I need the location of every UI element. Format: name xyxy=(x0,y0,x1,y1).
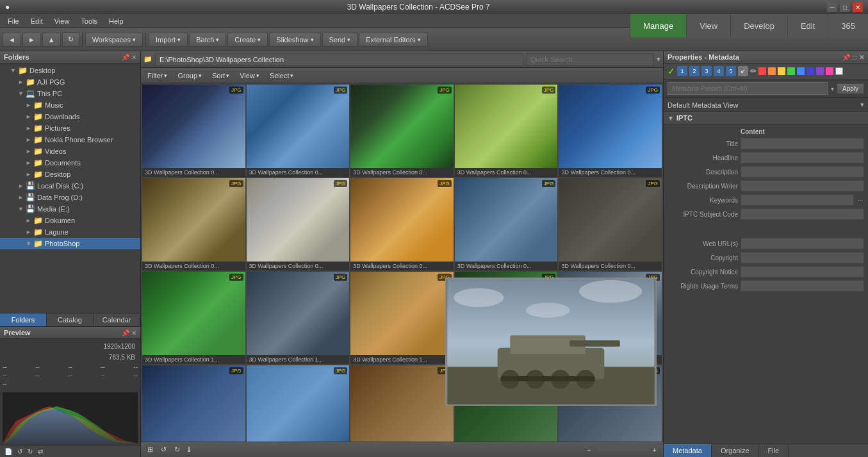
tab-edit[interactable]: Edit xyxy=(787,14,828,37)
tab-manage[interactable]: Manage xyxy=(630,14,686,37)
search-dropdown-icon[interactable]: ▾ xyxy=(657,55,660,63)
meta-color-pink[interactable] xyxy=(826,67,833,75)
tab-calendar[interactable]: Calendar xyxy=(94,313,140,326)
tree-item-desktop[interactable]: ▼ 📁 Desktop xyxy=(0,65,140,76)
tree-item-dataprog[interactable]: ► 💾 Data Prog (D:) xyxy=(0,192,140,203)
image-cell-8[interactable]: JPG 3D Wallpapers Collection 0... xyxy=(455,178,558,270)
menu-help[interactable]: Help xyxy=(104,16,129,26)
right-tab-metadata[interactable]: Metadata xyxy=(664,444,712,457)
expand-icon[interactable]: ► xyxy=(26,217,33,224)
title-input[interactable] xyxy=(741,138,864,149)
send-button[interactable]: Send xyxy=(322,33,358,47)
preview-rotate-right-icon[interactable]: ↻ xyxy=(26,447,35,456)
maximize-button[interactable]: □ xyxy=(840,2,850,12)
tree-item-ajipgg[interactable]: ► 📁 AJI PGG xyxy=(0,76,140,88)
search-input[interactable] xyxy=(526,53,654,66)
close-button[interactable]: ✕ xyxy=(853,2,863,12)
nav-refresh[interactable]: ↻ xyxy=(62,32,79,47)
preview-pin-icon[interactable]: 📌 xyxy=(122,329,129,337)
right-tab-file[interactable]: File xyxy=(759,444,789,457)
grid-view-icon[interactable]: ⊞ xyxy=(145,445,156,454)
meta-color-violet[interactable] xyxy=(816,67,824,75)
pin-icon[interactable]: 📌 xyxy=(842,54,850,61)
presets-dropdown-icon[interactable]: ▾ xyxy=(831,85,834,92)
image-cell-17[interactable]: JPG xyxy=(350,365,454,442)
rotate-right-icon[interactable]: ↻ xyxy=(172,445,183,454)
expand-icon[interactable]: ► xyxy=(26,102,33,108)
expand-icon[interactable]: ► xyxy=(26,171,33,178)
tree-item-documents[interactable]: ► 📁 Documents xyxy=(0,157,140,169)
tab-catalog[interactable]: Catalog xyxy=(47,313,94,326)
expand-icon[interactable]: ► xyxy=(26,137,33,143)
tree-item-videos[interactable]: ► 📁 Videos xyxy=(0,145,140,157)
tree-item-downloads[interactable]: ► 📁 Downloads xyxy=(0,111,140,122)
iptc-subject-input[interactable] xyxy=(741,208,864,220)
external-editors-button[interactable]: External Editors xyxy=(359,33,428,47)
rights-usage-input[interactable] xyxy=(741,280,864,292)
keywords-more-button[interactable]: ··· xyxy=(856,197,864,204)
meta-color-green[interactable] xyxy=(787,67,795,75)
tree-item-photoshop[interactable]: ▼ 📁 PhotoShop xyxy=(0,238,140,249)
meta-color-white[interactable] xyxy=(835,67,843,75)
menu-tools[interactable]: Tools xyxy=(76,16,102,26)
expand-icon[interactable]: ▼ xyxy=(18,90,26,97)
meta-num-2[interactable]: 2 xyxy=(689,66,700,76)
expand-icon[interactable]: ► xyxy=(26,229,33,235)
default-meta-dropdown-icon[interactable]: ▾ xyxy=(860,101,864,109)
image-cell-3[interactable]: JPG 3D Wallpapers Collection 0... xyxy=(455,85,558,177)
meta-num-1[interactable]: 1 xyxy=(677,66,687,76)
description-input[interactable] xyxy=(741,166,864,178)
expand-icon[interactable]: ► xyxy=(26,160,33,166)
tree-item-thispc[interactable]: ▼ 💻 This PC xyxy=(0,88,140,99)
iptc-section-header[interactable]: ▼ IPTC xyxy=(664,112,868,124)
image-cell-5[interactable]: JPG 3D Wallpapers Collection 0... xyxy=(142,178,245,270)
close-icon[interactable]: ✕ xyxy=(859,54,864,61)
slideshow-button[interactable]: Slideshow xyxy=(269,33,320,47)
meta-color-blue[interactable] xyxy=(797,67,805,75)
copyright-input[interactable] xyxy=(741,252,864,263)
select-button[interactable]: Select xyxy=(266,71,298,81)
image-cell-16[interactable]: JPG xyxy=(247,365,350,442)
create-button[interactable]: Create xyxy=(227,33,268,47)
meta-color-red[interactable] xyxy=(758,67,766,75)
meta-color-orange[interactable] xyxy=(768,67,776,75)
float-icon[interactable]: □ xyxy=(853,54,856,61)
preview-close-icon[interactable]: ✕ xyxy=(131,329,136,337)
meta-color-indigo[interactable] xyxy=(807,67,814,75)
nav-back[interactable]: ◄ xyxy=(3,33,21,47)
tab-develop[interactable]: Develop xyxy=(730,14,787,37)
sidebar-pin-icon[interactable]: 📌 xyxy=(122,54,129,61)
filter-button[interactable]: Filter xyxy=(143,71,171,81)
expand-icon[interactable]: ► xyxy=(26,125,33,131)
rotate-left-icon[interactable]: ↺ xyxy=(158,445,169,454)
expand-icon[interactable]: ► xyxy=(18,79,26,85)
tree-item-lagune[interactable]: ► 📁 Lagune xyxy=(0,226,140,238)
tree-item-pictures[interactable]: ► 📁 Pictures xyxy=(0,122,140,134)
preview-rotate-icon[interactable]: ↺ xyxy=(15,447,24,456)
group-button[interactable]: Group xyxy=(174,71,206,81)
tree-item-dokumen[interactable]: ► 📁 Dokumen xyxy=(0,215,140,226)
tree-item-localdisk[interactable]: ► 💾 Local Disk (C:) xyxy=(0,180,140,192)
image-cell-1[interactable]: JPG 3D Wallpapers Collection 0... xyxy=(247,85,350,177)
expand-icon[interactable]: ► xyxy=(26,113,33,120)
meta-num-5[interactable]: 5 xyxy=(726,66,736,76)
tab-view[interactable]: View xyxy=(686,14,730,37)
meta-num-6[interactable]: ↙ xyxy=(738,66,748,76)
menu-view[interactable]: View xyxy=(49,16,75,26)
zoom-out-icon[interactable]: − xyxy=(584,445,593,454)
tab-365[interactable]: 365 xyxy=(828,14,868,37)
expand-icon[interactable]: ► xyxy=(18,194,26,201)
minimize-button[interactable]: ─ xyxy=(827,2,837,12)
meta-color-yellow[interactable] xyxy=(778,67,785,75)
tree-item-music[interactable]: ► 📁 Music xyxy=(0,99,140,111)
image-cell-9[interactable]: JPG 3D Wallpapers Collection 0... xyxy=(559,178,662,270)
image-cell-2[interactable]: JPG 3D Wallpapers Collection 0... xyxy=(350,85,454,177)
keywords-input[interactable] xyxy=(741,194,854,206)
meta-num-3[interactable]: 3 xyxy=(701,66,712,76)
path-input[interactable] xyxy=(155,53,523,66)
tree-item-media[interactable]: ▼ 💾 Media (E:) xyxy=(0,203,140,215)
expand-icon[interactable]: ▼ xyxy=(18,206,26,212)
zoom-slider[interactable] xyxy=(596,449,648,451)
menu-edit[interactable]: Edit xyxy=(26,16,48,26)
image-cell-15[interactable]: JPG xyxy=(142,365,245,442)
